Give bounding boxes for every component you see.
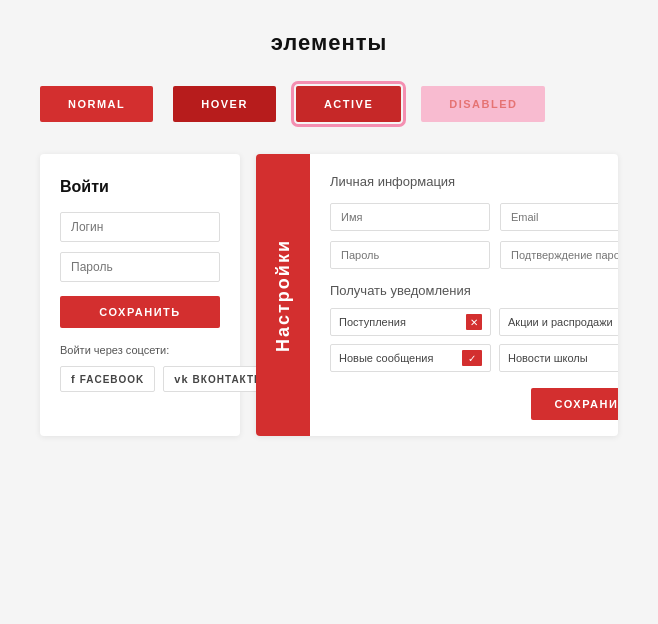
password-row (330, 241, 618, 269)
email-input[interactable] (500, 203, 618, 231)
buttons-row: NORMAL HOVER ACTIVE DISABLED (40, 86, 618, 122)
name-input[interactable] (330, 203, 490, 231)
settings-panel: Настройки Личная информация Получать уве… (256, 154, 618, 436)
settings-save-button[interactable]: СОХРАНИТЬ (531, 388, 618, 420)
notif-close-1[interactable]: ✕ (466, 314, 482, 330)
notif-item-2: Акции и распродажи ✕ (499, 308, 618, 336)
notif-item-4: Новости школы ✕ (499, 344, 618, 372)
settings-content: Личная информация Получать уведомления П… (310, 154, 618, 436)
settings-sidebar-text: Настройки (273, 239, 294, 352)
notifications-title: Получать уведомления (330, 283, 618, 298)
login-panel: Войти СОХРАНИТЬ Войти через соцсети: f F… (40, 154, 240, 436)
login-save-button[interactable]: СОХРАНИТЬ (60, 296, 220, 328)
facebook-button[interactable]: f FACEBOOK (60, 366, 155, 392)
notif-label-2: Акции и распродажи (508, 316, 618, 328)
panels-row: Войти СОХРАНИТЬ Войти через соцсети: f F… (40, 154, 618, 436)
password-input[interactable] (60, 252, 220, 282)
hover-button[interactable]: HOVER (173, 86, 276, 122)
login-input[interactable] (60, 212, 220, 242)
personal-info-title: Личная информация (330, 174, 618, 189)
notif-label-1: Поступления (339, 316, 466, 328)
facebook-icon: f (71, 373, 76, 385)
facebook-label: FACEBOOK (80, 374, 145, 385)
disabled-button: DISABLED (421, 86, 545, 122)
name-email-row (330, 203, 618, 231)
notif-item-3: Новые сообщения ✓ (330, 344, 491, 372)
settings-sidebar: Настройки (256, 154, 310, 436)
active-button[interactable]: ACTIVE (296, 86, 401, 122)
notif-item-1: Поступления ✕ (330, 308, 491, 336)
settings-password-input[interactable] (330, 241, 490, 269)
social-title: Войти через соцсети: (60, 344, 220, 356)
vk-icon: vk (174, 373, 188, 385)
social-buttons: f FACEBOOK vk ВКОНТАКТЕ (60, 366, 220, 392)
notif-label-3: Новые сообщения (339, 352, 462, 364)
normal-button[interactable]: NORMAL (40, 86, 153, 122)
vk-label: ВКОНТАКТЕ (193, 374, 262, 385)
notifications-grid: Поступления ✕ Акции и распродажи ✕ Новые… (330, 308, 618, 372)
login-title: Войти (60, 178, 220, 196)
page-title: элементы (40, 30, 618, 56)
notif-label-4: Новости школы (508, 352, 618, 364)
notif-check-3[interactable]: ✓ (462, 350, 482, 366)
settings-save-row: СОХРАНИТЬ (330, 388, 618, 420)
confirm-password-input[interactable] (500, 241, 618, 269)
